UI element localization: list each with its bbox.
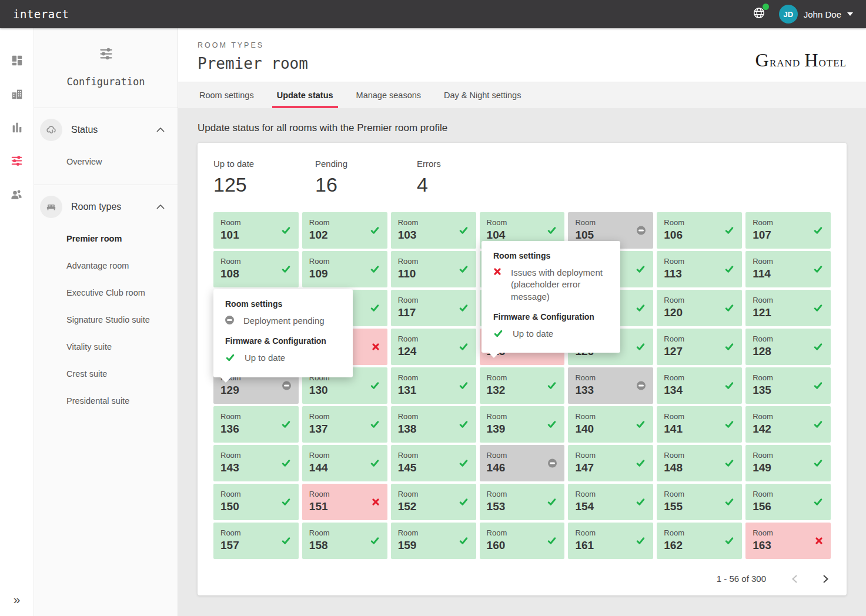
room-cell-138[interactable]: Room138 bbox=[391, 406, 476, 443]
room-cell-134[interactable]: Room134 bbox=[657, 367, 742, 404]
rail-item-analytics[interactable] bbox=[0, 111, 34, 144]
sidebar-item-crest-suite[interactable]: Crest suite bbox=[34, 360, 178, 387]
sidebar-item-overview[interactable]: Overview bbox=[34, 148, 178, 175]
check-icon bbox=[281, 420, 291, 430]
room-cell-151[interactable]: Room151 bbox=[302, 484, 387, 520]
room-cell-127[interactable]: Room127 bbox=[657, 329, 742, 365]
sidebar-section-room-types-header[interactable]: Room types bbox=[34, 190, 178, 224]
chevron-up-icon[interactable] bbox=[156, 128, 165, 132]
room-cell-142[interactable]: Room142 bbox=[745, 406, 831, 443]
collapse-sidebar-button[interactable]: » bbox=[14, 592, 21, 607]
x-icon bbox=[815, 537, 823, 545]
room-cell-150[interactable]: Room150 bbox=[213, 484, 299, 520]
next-page-button[interactable] bbox=[823, 575, 828, 583]
room-cell-139[interactable]: Room139 bbox=[480, 406, 565, 443]
check-icon bbox=[370, 458, 380, 468]
room-cell-152[interactable]: Room152 bbox=[391, 484, 476, 520]
room-cell-110[interactable]: Room110 bbox=[391, 251, 476, 287]
room-cell-148[interactable]: Room148 bbox=[657, 445, 742, 481]
rail-item-dashboard[interactable] bbox=[0, 43, 34, 77]
language-globe-button[interactable] bbox=[752, 6, 766, 22]
room-cell-101[interactable]: Room101 bbox=[213, 212, 299, 249]
room-cell-163[interactable]: Room163 bbox=[745, 523, 831, 559]
room-cell-149[interactable]: Room149 bbox=[745, 445, 831, 481]
status-icon bbox=[372, 498, 380, 506]
stat-up-to-date: Up to date125 bbox=[213, 159, 315, 196]
room-cell-136[interactable]: Room136 bbox=[213, 406, 299, 443]
rail-item-configuration[interactable] bbox=[0, 144, 34, 178]
room-cell-103[interactable]: Room103 bbox=[391, 212, 476, 249]
previous-page-button[interactable] bbox=[792, 575, 797, 583]
room-cell-144[interactable]: Room144 bbox=[302, 445, 387, 481]
sidebar-item-presidental-suite[interactable]: Presidental suite bbox=[34, 387, 178, 414]
room-cell-108[interactable]: Room108 bbox=[213, 251, 299, 287]
page-title: Premier room bbox=[198, 55, 847, 72]
status-icon bbox=[636, 536, 646, 546]
avatar[interactable]: JD bbox=[779, 5, 798, 24]
room-cell-117[interactable]: Room117 bbox=[391, 290, 476, 326]
room-cell-161[interactable]: Room161 bbox=[568, 523, 653, 559]
room-cell-131[interactable]: Room131 bbox=[391, 367, 476, 404]
room-cell-153[interactable]: Room153 bbox=[480, 484, 565, 520]
room-cell-109[interactable]: Room109 bbox=[302, 251, 387, 287]
room-cell-157[interactable]: Room157 bbox=[213, 523, 299, 559]
room-cell-121[interactable]: Room121 bbox=[745, 290, 831, 326]
chevron-down-icon[interactable] bbox=[847, 12, 853, 16]
sidebar-item-vitality-suite[interactable]: Vitality suite bbox=[34, 333, 178, 360]
sidebar-item-signature-studio-suite[interactable]: Signature Studio suite bbox=[34, 306, 178, 333]
room-cell-120[interactable]: Room120 bbox=[657, 290, 742, 326]
room-number: 105 bbox=[575, 229, 646, 242]
tab-manage-seasons[interactable]: Manage seasons bbox=[355, 82, 423, 108]
bar-chart-icon bbox=[11, 121, 24, 134]
room-cell-133[interactable]: Room133 bbox=[568, 367, 653, 404]
room-cell-106[interactable]: Room106 bbox=[657, 212, 742, 249]
status-icon bbox=[282, 381, 291, 390]
status-icon bbox=[724, 303, 734, 313]
room-cell-156[interactable]: Room156 bbox=[745, 484, 831, 520]
rail-item-buildings[interactable] bbox=[0, 77, 34, 111]
room-cell-147[interactable]: Room147 bbox=[568, 445, 653, 481]
room-cell-132[interactable]: Room132 bbox=[480, 367, 565, 404]
chevron-up-icon[interactable] bbox=[156, 205, 165, 209]
check-icon bbox=[493, 329, 503, 339]
sidebar-section-label: Status bbox=[71, 125, 156, 135]
room-cell-128[interactable]: Room128 bbox=[745, 329, 831, 365]
sidebar-item-premier-room[interactable]: Premier room bbox=[34, 225, 178, 252]
tab-day-night-settings[interactable]: Day & Night settings bbox=[442, 82, 523, 108]
room-cell-145[interactable]: Room145 bbox=[391, 445, 476, 481]
sidebar-item-advantage-room[interactable]: Advantage room bbox=[34, 252, 178, 279]
tooltip-status-text: Issues with deployment (placeholder erro… bbox=[511, 267, 608, 303]
check-icon bbox=[724, 303, 734, 313]
room-cell-162[interactable]: Room162 bbox=[657, 523, 742, 559]
sidebar-section-label: Room types bbox=[71, 202, 156, 212]
room-cell-124[interactable]: Room124 bbox=[391, 329, 476, 365]
room-cell-143[interactable]: Room143 bbox=[213, 445, 299, 481]
rail-item-users[interactable] bbox=[0, 178, 34, 211]
room-cell-154[interactable]: Room154 bbox=[568, 484, 653, 520]
status-icon bbox=[636, 497, 646, 507]
room-cell-114[interactable]: Room114 bbox=[745, 251, 831, 287]
room-cell-107[interactable]: Room107 bbox=[745, 212, 831, 249]
room-cell-135[interactable]: Room135 bbox=[745, 367, 831, 404]
tab-update-status[interactable]: Update status bbox=[275, 82, 335, 108]
room-number: 151 bbox=[309, 500, 380, 513]
tab-room-settings[interactable]: Room settings bbox=[198, 82, 256, 108]
room-cell-137[interactable]: Room137 bbox=[302, 406, 387, 443]
main-area: ROOM TYPES Premier room Grand Hotel Room… bbox=[178, 28, 866, 616]
room-cell-146[interactable]: Room146 bbox=[480, 445, 565, 481]
tooltip-section-title: Room settings bbox=[225, 299, 341, 309]
sidebar-item-executive-club-room[interactable]: Executive Club room bbox=[34, 279, 178, 306]
room-cell-140[interactable]: Room140 bbox=[568, 406, 653, 443]
sidebar-section-status-header[interactable]: Status bbox=[34, 113, 178, 147]
room-cell-159[interactable]: Room159 bbox=[391, 523, 476, 559]
room-cell-160[interactable]: Room160 bbox=[480, 523, 565, 559]
room-cell-141[interactable]: Room141 bbox=[657, 406, 742, 443]
pending-icon bbox=[548, 459, 557, 468]
stat-value: 125 bbox=[213, 173, 315, 196]
check-icon bbox=[370, 265, 380, 274]
room-cell-155[interactable]: Room155 bbox=[657, 484, 742, 520]
check-icon bbox=[547, 226, 557, 236]
room-cell-113[interactable]: Room113 bbox=[657, 251, 742, 287]
room-cell-102[interactable]: Room102 bbox=[302, 212, 387, 249]
room-cell-158[interactable]: Room158 bbox=[302, 523, 387, 559]
